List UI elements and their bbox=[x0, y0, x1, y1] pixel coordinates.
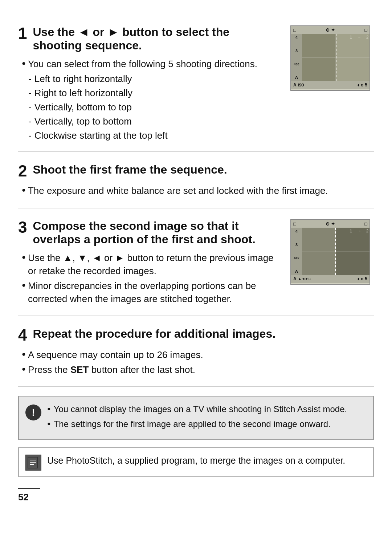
step-1-number: 1 bbox=[18, 25, 27, 41]
cam2-top-right: □ bbox=[364, 221, 367, 227]
cam1-top-center: ⊙ ✦ bbox=[326, 27, 335, 33]
page-number: 52 bbox=[18, 488, 40, 503]
step-3-number: 3 bbox=[18, 219, 27, 235]
cam1-bottom-right: ♦ o 5 bbox=[358, 82, 367, 88]
cam2-top-left: □ bbox=[293, 221, 296, 227]
camera-display-1: □ ⊙ ✦ □ 4 3 430 A 1 → 2 bbox=[290, 25, 370, 91]
step-3-bullet-2: Minor discrepancies in the overlapping p… bbox=[22, 279, 279, 306]
step-1-image: □ ⊙ ✦ □ 4 3 430 A 1 → 2 bbox=[290, 25, 374, 143]
cam1-top-right: □ bbox=[364, 27, 367, 33]
note-icon bbox=[25, 455, 41, 471]
step-2-bullets: The exposure and white balance are set a… bbox=[18, 184, 374, 197]
cam2-left-4: A bbox=[295, 269, 298, 273]
cam2-bottom-bar: A ▲◄►□ ♦ o 5 bbox=[291, 275, 369, 283]
cam1-left-2: 3 bbox=[295, 49, 298, 53]
step-3-heading-text: Compose the second image so that it over… bbox=[33, 219, 279, 246]
warning-list: You cannot display the images on a TV wh… bbox=[47, 403, 367, 431]
cam1-bottom-left: A ISO bbox=[293, 82, 304, 88]
step-1-heading-text: Use the ◄ or ► button to select the shoo… bbox=[33, 25, 279, 52]
cam2-left-3: 430 bbox=[294, 256, 299, 260]
cam2-top-center: ⊙ ✦ bbox=[326, 221, 335, 227]
step-2-number: 2 bbox=[18, 163, 27, 179]
step-3-bullet-1: Use the ▲, ▼, ◄ or ► button to return th… bbox=[22, 251, 279, 278]
step-2-heading-text: Shoot the first frame the sequence. bbox=[33, 163, 227, 176]
cam1-main: 4 3 430 A 1 → 2 bbox=[291, 34, 369, 81]
step-1-sub-2: Right to left horizontally bbox=[28, 86, 279, 100]
step-4-section: 4 Repeat the procedure for additional im… bbox=[18, 316, 374, 387]
step-2-heading: 2 Shoot the first frame the sequence. bbox=[18, 163, 374, 179]
step-3-content: 3 Compose the second image so that it ov… bbox=[18, 219, 279, 307]
cam1-bottom-bar: A ISO ♦ o 5 bbox=[291, 81, 369, 89]
step-2-content: 2 Shoot the first frame the sequence. Th… bbox=[18, 163, 374, 199]
step-3-heading: 3 Compose the second image so that it ov… bbox=[18, 219, 279, 246]
step-2-section: 2 Shoot the first frame the sequence. Th… bbox=[18, 152, 374, 208]
step-4-bullet-2: Press the SET button after the last shot… bbox=[22, 363, 374, 376]
step-1-content: 1 Use the ◄ or ► button to select the sh… bbox=[18, 25, 279, 143]
cam2-left-bar: 4 3 430 A bbox=[291, 228, 302, 275]
cam2-bottom-left: A ▲◄►□ bbox=[293, 276, 311, 281]
step-4-content: 4 Repeat the procedure for additional im… bbox=[18, 327, 374, 378]
step-4-heading-text: Repeat the procedure for additional imag… bbox=[33, 327, 275, 341]
cam1-left-3: 430 bbox=[294, 62, 299, 66]
step-1-bullet-1: You can select from the following 5 shoo… bbox=[22, 57, 279, 70]
warning-icon: ! bbox=[25, 404, 41, 420]
cam2-left-1: 4 bbox=[295, 229, 298, 233]
cam1-viewport: 1 → 2 bbox=[302, 34, 369, 81]
cam2-bottom-right: ♦ o 5 bbox=[358, 276, 367, 281]
note-box: Use PhotoStitch, a supplied program, to … bbox=[18, 447, 374, 477]
step-4-bullet-1: A sequence may contain up to 26 images. bbox=[22, 348, 374, 361]
step-4-bullets: A sequence may contain up to 26 images. … bbox=[18, 348, 374, 376]
warning-item-1: You cannot display the images on a TV wh… bbox=[47, 403, 367, 416]
cam2-top-bar: □ ⊙ ✦ □ bbox=[291, 220, 369, 228]
cam1-top-bar: □ ⊙ ✦ □ bbox=[291, 26, 369, 34]
cam2-main: 4 3 430 A 1 → 2 bbox=[291, 228, 369, 275]
note-text: Use PhotoStitch, a supplied program, to … bbox=[47, 454, 345, 467]
step-4-heading: 4 Repeat the procedure for additional im… bbox=[18, 327, 374, 343]
step-3-section: 3 Compose the second image so that it ov… bbox=[18, 208, 374, 317]
cam1-top-left: □ bbox=[293, 27, 296, 33]
camera-display-2: □ ⊙ ✦ □ 4 3 430 A 1 → 2 bbox=[290, 219, 370, 285]
cam1-left-4: A bbox=[295, 75, 298, 80]
note-icon-svg bbox=[27, 456, 40, 469]
cam2-viewport: 1 → 2 bbox=[302, 228, 369, 275]
step-2-bullet-1: The exposure and white balance are set a… bbox=[22, 184, 374, 197]
step-3-bullets: Use the ▲, ▼, ◄ or ► button to return th… bbox=[18, 251, 279, 306]
step-1-sub-4: Vertically, top to bottom bbox=[28, 114, 279, 129]
step-4-number: 4 bbox=[18, 327, 27, 343]
warning-item-2: The settings for the first image are app… bbox=[47, 418, 367, 431]
step-1-sub-3: Vertically, bottom to top bbox=[28, 100, 279, 114]
step-1-heading: 1 Use the ◄ or ► button to select the sh… bbox=[18, 25, 279, 52]
step-1-sub-list: Left to right horizontally Right to left… bbox=[18, 72, 279, 143]
step-1-section: 1 Use the ◄ or ► button to select the sh… bbox=[18, 15, 374, 152]
cam2-left-2: 3 bbox=[295, 243, 298, 247]
warning-box: ! You cannot display the images on a TV … bbox=[18, 396, 374, 440]
step-1-sub-5: Clockwise starting at the top left bbox=[28, 129, 279, 143]
cam1-left-1: 4 bbox=[295, 35, 298, 40]
step-1-sub-1: Left to right horizontally bbox=[28, 72, 279, 86]
step-1-bullets: You can select from the following 5 shoo… bbox=[18, 57, 279, 70]
step-3-image: □ ⊙ ✦ □ 4 3 430 A 1 → 2 bbox=[290, 219, 374, 307]
cam1-left-bar: 4 3 430 A bbox=[291, 34, 302, 81]
warning-content: You cannot display the images on a TV wh… bbox=[47, 403, 367, 433]
